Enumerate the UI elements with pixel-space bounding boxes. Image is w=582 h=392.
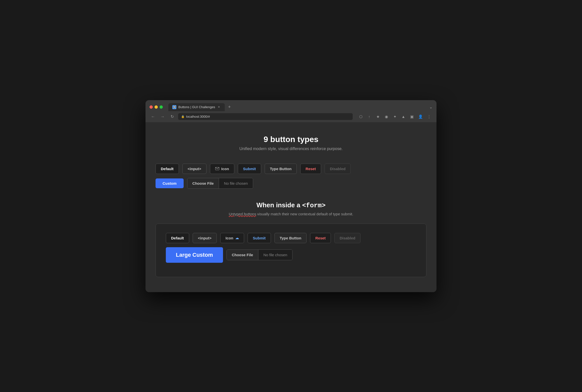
input-button[interactable]: <input> (182, 164, 206, 174)
disabled-button: Disabled (325, 164, 351, 174)
large-custom-label: Large Custom (176, 252, 213, 258)
custom-button-label: Custom (163, 181, 177, 185)
form-reset-button[interactable]: Reset (310, 233, 331, 243)
url-text: localhost:3000/# (186, 115, 210, 118)
cloud-icon: ☁ (235, 236, 239, 240)
page-header: 9 button types Unified modern style, vis… (156, 135, 426, 151)
form-choose-file-button[interactable]: Choose File (227, 250, 258, 260)
file-input-group: Choose File No file chosen (187, 178, 253, 189)
form-section-subtitle: Untyped buttons visually match their new… (156, 212, 426, 216)
reset-button[interactable]: Reset (300, 164, 321, 174)
sidebar-icon[interactable]: ▣ (408, 113, 415, 120)
form-choose-file-label: Choose File (232, 253, 253, 257)
custom-button[interactable]: Custom (156, 178, 184, 188)
forward-button[interactable]: → (159, 113, 166, 120)
icon-button-text: Icon (226, 236, 233, 240)
page-title: 9 button types (156, 135, 426, 144)
type-button-button[interactable]: Type Button (265, 164, 297, 174)
form-default-button[interactable]: Default (166, 233, 189, 243)
large-custom-button[interactable]: Large Custom (166, 247, 223, 263)
form-custom-file-row: Large Custom Choose File No file chosen (166, 247, 416, 263)
form-disabled-button: Disabled (334, 233, 361, 243)
top-button-row: Default <input> Icon Submit Type Button … (156, 164, 426, 174)
page-content: 9 button types Unified modern style, vis… (145, 122, 436, 292)
share-icon[interactable]: ↑ (366, 113, 373, 120)
choose-file-button[interactable]: Choose File (187, 178, 219, 188)
form-section-header: When inside a <form> Untyped buttons vis… (156, 201, 426, 216)
submit-button[interactable]: Submit (238, 164, 261, 174)
form-input-button[interactable]: <input> (193, 233, 217, 243)
new-tab-button[interactable]: + (226, 104, 233, 111)
mail-icon (215, 167, 219, 170)
menu-icon[interactable]: ⋮ (425, 113, 432, 120)
tabs-row: 🔘 Buttons | GUI Challenges ✕ + (168, 103, 427, 111)
form-submit-button[interactable]: Submit (248, 233, 271, 243)
icon-button-label: Icon (221, 167, 229, 171)
close-window-button[interactable] (150, 105, 153, 109)
fullscreen-window-button[interactable] (160, 105, 163, 109)
form-section-title: When inside a <form> (156, 201, 426, 209)
chevron-down-icon[interactable]: ⌄ (429, 105, 432, 109)
lock-icon: 🔒 (181, 115, 185, 118)
form-file-input-group: Choose File No file chosen (227, 249, 293, 260)
title-bar: 🔘 Buttons | GUI Challenges ✕ + ⌄ (145, 100, 436, 111)
tab-title: Buttons | GUI Challenges (178, 105, 215, 109)
profile-icon[interactable]: 👤 (417, 113, 424, 120)
default-button[interactable]: Default (156, 164, 179, 174)
form-box: Default <input> Icon ☁ Submit Type Butto… (156, 224, 426, 277)
custom-file-row: Custom Choose File No file chosen (156, 178, 426, 189)
profiles-icon[interactable]: ◉ (383, 113, 390, 120)
flask-icon[interactable]: ▲ (400, 113, 407, 120)
back-button[interactable]: ← (150, 113, 157, 120)
active-tab[interactable]: 🔘 Buttons | GUI Challenges ✕ (168, 103, 225, 111)
reload-button[interactable]: ↻ (169, 113, 176, 120)
bookmark-icon[interactable]: ★ (374, 113, 381, 120)
form-type-button-button[interactable]: Type Button (274, 233, 307, 243)
choose-file-label: Choose File (192, 181, 214, 185)
browser-window: 🔘 Buttons | GUI Challenges ✕ + ⌄ ← → ↻ 🔒… (145, 100, 436, 292)
form-button-row: Default <input> Icon ☁ Submit Type Butto… (166, 233, 416, 243)
url-bar[interactable]: 🔒 localhost:3000/# (178, 113, 353, 120)
page-subtitle: Unified modern style, visual differences… (156, 147, 426, 151)
address-bar: ← → ↻ 🔒 localhost:3000/# ⬡ ↑ ★ ◉ ✦ ▲ ▣ 👤… (145, 111, 436, 122)
icon-button[interactable]: Icon (210, 164, 234, 174)
external-link-icon[interactable]: ⬡ (357, 113, 364, 120)
minimize-window-button[interactable] (155, 105, 158, 109)
title-bar-top: 🔘 Buttons | GUI Challenges ✕ + ⌄ (150, 103, 432, 111)
toolbar-icons: ⬡ ↑ ★ ◉ ✦ ▲ ▣ 👤 ⋮ (357, 113, 432, 120)
traffic-lights (150, 105, 163, 109)
tab-favicon: 🔘 (172, 105, 176, 109)
form-no-file-chosen-text: No file chosen (258, 250, 292, 260)
form-icon-button[interactable]: Icon ☁ (220, 233, 244, 243)
extensions-icon[interactable]: ✦ (391, 113, 398, 120)
tab-close-button[interactable]: ✕ (217, 105, 221, 109)
no-file-chosen-text: No file chosen (219, 178, 253, 188)
untyped-text: Untyped buttons (229, 212, 256, 216)
form-section: When inside a <form> Untyped buttons vis… (156, 201, 426, 277)
